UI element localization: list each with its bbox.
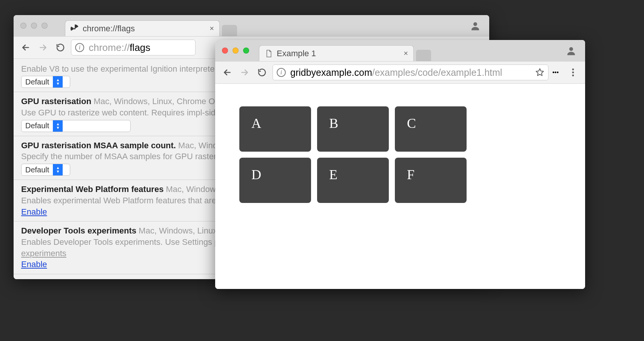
url-scheme: chrome:// <box>89 42 129 53</box>
svg-point-3 <box>572 69 574 71</box>
extension-button[interactable]: ••• <box>552 69 559 76</box>
tab-title: Example 1 <box>277 49 316 58</box>
chrome-menu-button[interactable] <box>566 66 580 79</box>
new-tab-button[interactable] <box>416 50 431 61</box>
profile-icon[interactable] <box>470 20 481 32</box>
flag-title: GPU rasterisation <box>21 97 91 106</box>
url-host: gridbyexample.com <box>290 67 372 78</box>
new-tab-button[interactable] <box>222 25 237 36</box>
tab-strip: Example 1 × <box>215 40 585 61</box>
grid-cell: B <box>317 106 389 152</box>
flag-select[interactable]: Default▲▼ <box>21 164 70 176</box>
site-info-icon[interactable]: i <box>277 68 286 77</box>
flag-platforms: Mac, Windows, Linux, Chrome OS <box>91 97 220 106</box>
url-text: gridbyexample.com/examples/code/example1… <box>290 67 502 78</box>
reload-button[interactable] <box>255 66 269 79</box>
select-value: Default <box>25 77 49 87</box>
browser-tab[interactable]: Example 1 × <box>259 45 414 61</box>
grid-cell: A <box>239 106 311 152</box>
grid-cell: D <box>239 158 311 203</box>
grid-cell: C <box>395 106 467 152</box>
select-value: Default <box>25 121 49 131</box>
svg-point-4 <box>572 72 574 74</box>
flag-title: GPU rasterisation MSAA sample count. <box>21 141 176 150</box>
chrome-window-example: Example 1 × i gridbyexample.com/examples… <box>215 40 585 289</box>
css-grid: ABCDEF <box>239 106 561 203</box>
document-icon <box>265 49 273 58</box>
svg-point-5 <box>572 75 574 77</box>
select-arrows-icon: ▲▼ <box>53 120 63 132</box>
window-controls <box>222 48 249 54</box>
site-info-icon[interactable]: i <box>75 43 84 52</box>
grid-cell: E <box>317 158 389 203</box>
bookmark-star-icon[interactable] <box>535 68 544 77</box>
back-button[interactable] <box>220 66 234 79</box>
page-viewport: ABCDEF <box>215 84 585 289</box>
minimize-window-button[interactable] <box>31 23 37 29</box>
grid-cell: F <box>395 158 467 203</box>
url-path: /examples/code/example1.html <box>372 67 502 78</box>
select-arrows-icon: ▲▼ <box>53 76 63 88</box>
close-tab-icon[interactable]: × <box>210 24 214 33</box>
flag-select[interactable]: Default ▲▼ <box>21 76 70 88</box>
flag-title: Silent Debugging <box>21 279 89 279</box>
svg-point-1 <box>473 22 477 26</box>
zoom-window-button[interactable] <box>42 23 48 29</box>
forward-button[interactable] <box>36 41 50 54</box>
close-window-button[interactable] <box>222 48 228 54</box>
reload-button[interactable] <box>54 41 67 54</box>
profile-icon[interactable] <box>565 45 577 57</box>
tab-title: chrome://flags <box>83 24 135 34</box>
address-bar[interactable]: i gridbyexample.com/examples/code/exampl… <box>273 65 548 80</box>
window-controls <box>20 23 48 29</box>
flag-title: Experimental Web Platform features <box>21 184 163 194</box>
grid-container: ABCDEF <box>215 84 585 226</box>
toolbar: i gridbyexample.com/examples/code/exampl… <box>215 61 585 84</box>
flag-enable-link[interactable]: Enable <box>21 207 47 217</box>
tab-strip: chrome://flags × <box>14 15 489 36</box>
flag-platforms: Mac, Windows <box>163 184 220 194</box>
flag-select[interactable]: Default▲▼ <box>21 120 131 132</box>
flag-platforms: Mac, Windows, Linux, Chrome OS <box>89 279 219 279</box>
flag-anchor[interactable]: experiments <box>21 249 66 258</box>
back-button[interactable] <box>19 41 32 54</box>
close-tab-icon[interactable]: × <box>404 49 408 58</box>
radioactive-icon <box>71 25 79 33</box>
minimize-window-button[interactable] <box>233 48 239 54</box>
flag-enable-link[interactable]: Enable <box>21 260 47 269</box>
flag-title: Developer Tools experiments <box>21 226 136 235</box>
flag-platforms: Mac, Windows, Linux, <box>136 226 219 235</box>
select-value: Default <box>25 165 49 175</box>
address-bar[interactable]: i chrome://flags <box>71 40 196 55</box>
svg-point-0 <box>74 28 75 29</box>
url-host: flags <box>129 42 150 53</box>
close-window-button[interactable] <box>20 23 26 29</box>
select-arrows-icon: ▲▼ <box>53 164 63 176</box>
zoom-window-button[interactable] <box>243 48 249 54</box>
forward-button[interactable] <box>238 66 251 79</box>
browser-tab[interactable]: chrome://flags × <box>65 20 220 36</box>
svg-point-2 <box>569 47 573 51</box>
url-text: chrome://flags <box>89 42 150 54</box>
